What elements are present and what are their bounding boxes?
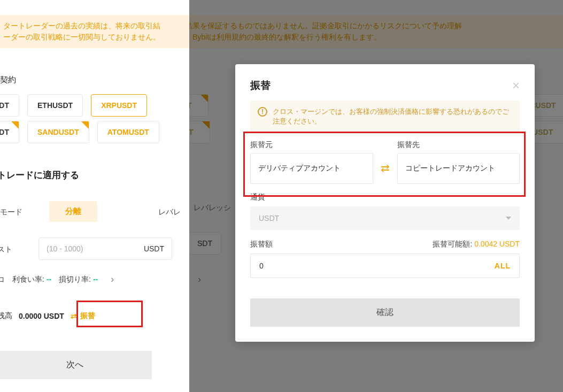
margin-mode-value[interactable]: 分離 (49, 201, 97, 222)
pair-pill-sdt-2[interactable]: SDT (0, 121, 19, 143)
loss-rate-label: 損切り率: (59, 275, 91, 283)
profit-rate-label: 利食い率: (12, 275, 44, 283)
profit-rate-value: -- (47, 275, 51, 283)
highlight-box-transfer (76, 301, 143, 327)
cost-placeholder: (10 - 1000) (47, 244, 144, 253)
cost-input[interactable]: (10 - 1000) USDT (38, 237, 172, 260)
pair-pill-sandusdt[interactable]: SANDUSDT (27, 121, 89, 143)
cost-unit: USDT (144, 244, 164, 253)
cost-label: スト (0, 245, 12, 255)
chevron-right-icon: › (111, 274, 114, 285)
bg-leverage-label: レバレッシ (194, 203, 231, 213)
transfer-from-select[interactable]: デリバティブアカウント (250, 153, 373, 184)
apply-to-trade-title: トレードに適用する (0, 169, 79, 181)
swap-accounts-icon[interactable]: ⇄ (381, 162, 390, 174)
available-value: 0.0042 USDT (474, 240, 520, 248)
transfer-to-select[interactable]: コピートレードアカウント (397, 153, 520, 184)
balance-label: 残高 (0, 311, 12, 321)
modal-warning-text: クロス・マージンでは、お客様の強制決済価格に影響する恐れがあるのでご注意ください… (273, 107, 512, 126)
rate-prefix: コ (0, 275, 5, 285)
loss-rate-value: -- (93, 275, 98, 283)
pair-pill-atomusdt[interactable]: ATOMUSDT (97, 121, 159, 143)
bg-usdt-box: SDT (188, 232, 221, 255)
modal-title: 振替 (250, 79, 271, 93)
transfer-to-label: 振替先 (397, 140, 520, 150)
disclaimer-banner-left: タートレーダーの過去の実績は、将来の取引結 ーダーの取引戦略に一切関与しておりま… (0, 15, 189, 48)
pair-pill-sdt-1[interactable]: SDT (0, 94, 19, 117)
currency-value: USDT (259, 214, 279, 222)
contract-label: 契約 (0, 75, 16, 85)
left-panel: タートレーダーの過去の実績は、将来の取引結 ーダーの取引戦略に一切関与しておりま… (0, 0, 189, 392)
margin-mode-label: ンモード (0, 207, 22, 217)
transfer-from-label: 振替元 (250, 140, 373, 150)
amount-value: 0 (259, 262, 264, 270)
close-icon[interactable]: × (512, 78, 520, 93)
transfer-modal: 振替 × ! クロス・マージンでは、お客様の強制決済価格に影響する恐れがあるので… (235, 64, 535, 342)
warning-icon: ! (258, 107, 267, 117)
modal-warning: ! クロス・マージンでは、お客様の強制決済価格に影響する恐れがあるのでご注意くだ… (250, 101, 520, 133)
amount-label: 振替額 (250, 240, 273, 249)
caret-down-icon (506, 217, 511, 220)
banner-line1: タートレーダーの過去の実績は、将来の取引結 (3, 20, 186, 32)
tp-sl-row[interactable]: コ 利食い率: -- 損切り率: -- › (0, 274, 114, 285)
amount-input[interactable]: 0 ALL (250, 253, 520, 278)
pair-pill-ethusdt[interactable]: ETHUSDT (27, 94, 83, 117)
balance-value: 0.0000 USDT (19, 312, 64, 320)
currency-label: 通貨 (250, 193, 520, 202)
next-button[interactable]: 次へ (0, 351, 152, 379)
leverage-label: レバレ (158, 207, 181, 217)
bg-chevron-icon: › (198, 274, 201, 285)
all-button[interactable]: ALL (495, 262, 511, 270)
pair-pill-xrpusdt[interactable]: XRPUSDT (91, 94, 147, 117)
currency-select[interactable]: USDT (250, 206, 520, 230)
banner-line2: ーダーの取引戦略に一切関与しておりません。 (3, 32, 186, 43)
available-label: 振替可能額: (433, 240, 472, 248)
confirm-button[interactable]: 確認 (250, 298, 520, 327)
